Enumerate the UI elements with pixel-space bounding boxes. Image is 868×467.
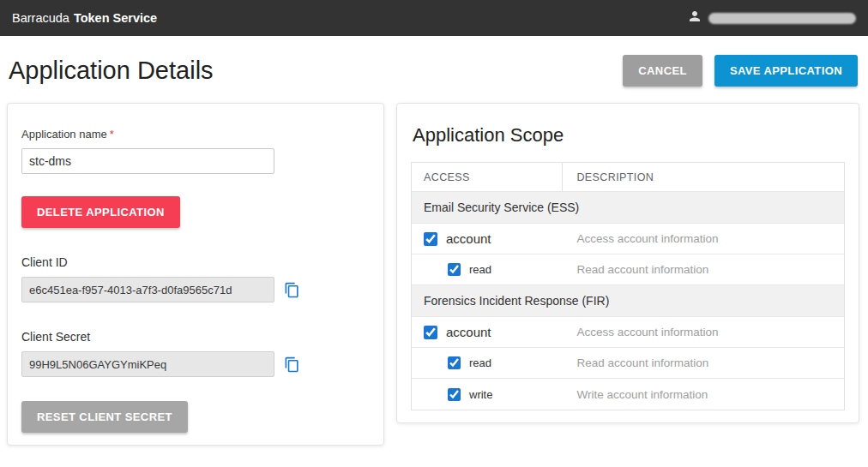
brand-name: Barracuda: [12, 11, 69, 25]
scope-row-fir-write: write Write account information: [412, 379, 844, 410]
scope-access-label: read: [469, 356, 491, 369]
client-id-value[interactable]: [21, 277, 274, 302]
application-scope-card: Application Scope ACCESS DESCRIPTION Ema…: [396, 103, 859, 423]
header-actions: CANCEL SAVE APPLICATION: [623, 55, 858, 87]
scope-access-label: account: [446, 325, 491, 339]
scope-access-cell: account: [412, 224, 563, 254]
copy-client-id-button[interactable]: [284, 282, 300, 298]
user-name-redacted: [708, 13, 856, 24]
content: Application name* DELETE APPLICATION Cli…: [0, 87, 868, 446]
scope-title: Application Scope: [413, 124, 845, 147]
scope-description: Read account information: [563, 254, 844, 284]
user-icon: [687, 9, 702, 27]
client-secret-value[interactable]: [21, 351, 274, 377]
application-name-label: Application name*: [21, 128, 114, 141]
checkbox-fir-account[interactable]: [424, 326, 437, 339]
scope-description: Write account information: [563, 379, 844, 410]
app-bar: Barracuda Token Service: [0, 0, 868, 36]
application-name-input[interactable]: [21, 148, 274, 174]
client-id-label: Client ID: [21, 255, 370, 269]
required-asterisk: *: [110, 128, 114, 141]
scope-row-fir-account: account Access account information: [412, 317, 844, 348]
brand: Barracuda Token Service: [12, 11, 157, 25]
scope-access-cell: read: [412, 254, 563, 284]
scope-access-label: read: [469, 263, 491, 276]
page-header: Application Details CANCEL SAVE APPLICAT…: [0, 36, 868, 87]
scope-description: Read account information: [563, 348, 844, 378]
scope-group-ess: Email Security Service (ESS): [412, 192, 844, 224]
scope-access-label: account: [446, 231, 491, 246]
copy-client-secret-button[interactable]: [284, 356, 300, 373]
scope-description: Access account information: [563, 317, 844, 347]
reset-client-secret-button[interactable]: RESET CLIENT SECRET: [21, 401, 188, 433]
copy-icon: [284, 362, 300, 375]
scope-table: ACCESS DESCRIPTION Email Security Servic…: [411, 162, 845, 410]
application-details-card: Application name* DELETE APPLICATION Cli…: [7, 103, 384, 446]
user-area[interactable]: [687, 9, 856, 27]
application-name-label-text: Application name: [21, 128, 107, 141]
scope-table-header: ACCESS DESCRIPTION: [412, 163, 844, 192]
scope-access-cell: read: [412, 348, 563, 378]
checkbox-fir-read[interactable]: [448, 356, 461, 369]
delete-application-button[interactable]: DELETE APPLICATION: [21, 196, 180, 228]
client-secret-row: [21, 351, 370, 377]
checkbox-ess-read[interactable]: [448, 263, 461, 276]
scope-group-fir: Forensics Incident Response (FIR): [412, 285, 844, 317]
scope-row-ess-account: account Access account information: [412, 224, 844, 254]
column-header-access: ACCESS: [412, 163, 563, 191]
scope-access-cell: write: [412, 379, 563, 410]
save-application-button[interactable]: SAVE APPLICATION: [714, 55, 858, 87]
scope-row-ess-read: read Read account information: [412, 254, 844, 285]
client-id-row: [21, 277, 370, 302]
client-secret-label: Client Secret: [21, 330, 370, 344]
scope-access-label: write: [469, 388, 492, 401]
scope-description: Access account information: [563, 224, 844, 254]
copy-icon: [284, 288, 300, 301]
brand-product: Token Service: [74, 11, 157, 25]
scope-row-fir-read: read Read account information: [412, 348, 844, 379]
scope-access-cell: account: [412, 317, 563, 347]
column-header-description: DESCRIPTION: [563, 163, 844, 191]
checkbox-fir-write[interactable]: [448, 388, 461, 401]
cancel-button[interactable]: CANCEL: [623, 55, 702, 87]
checkbox-ess-account[interactable]: [424, 232, 437, 246]
page-title: Application Details: [9, 57, 214, 85]
